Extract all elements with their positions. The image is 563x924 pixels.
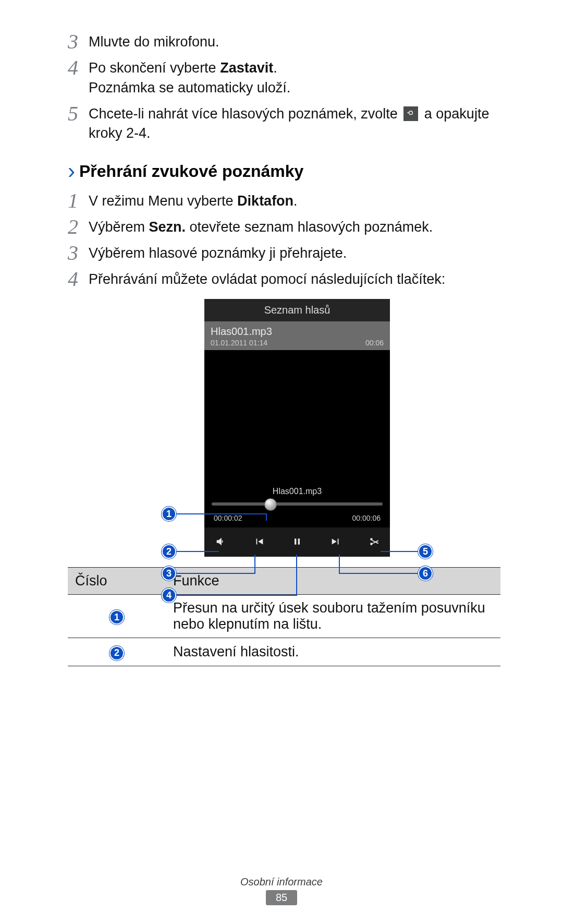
lead-line [176, 513, 266, 514]
function-table: Číslo Funkce 1Přesun na určitý úsek soub… [68, 567, 500, 666]
lead-line [176, 573, 255, 574]
callout-4: 4 [162, 588, 176, 603]
phone-item-duration: 00:06 [365, 339, 384, 347]
pause-icon[interactable] [289, 534, 305, 549]
table-header-function: Funkce [166, 568, 500, 595]
step-number: 4 [68, 269, 89, 290]
phone-item-filename: Hlas001.mp3 [211, 326, 384, 338]
step-body: Výběrem hlasové poznámky ji přehrajete. [89, 243, 500, 263]
phone-now-playing: Hlas001.mp3 [204, 486, 390, 496]
phone-progress[interactable] [204, 496, 390, 512]
lead-line [339, 555, 340, 573]
steps-b: 1V režimu Menu vyberte Diktafon.2Výběrem… [68, 190, 500, 290]
step-number: 2 [68, 217, 89, 237]
volume-icon[interactable] [213, 534, 228, 549]
step: 3Výběrem hlasové poznámky ji přehrajete. [68, 243, 500, 263]
lead-line [266, 513, 267, 521]
step-text: Výběrem hlasové poznámky ji přehrajete. [89, 244, 500, 263]
phone-progress-thumb[interactable] [264, 498, 277, 511]
step: 5Chcete-li nahrát více hlasových poznáme… [68, 103, 500, 144]
table-cell-desc: Nastavení hlasitosti. [166, 638, 500, 666]
bullet-icon: 2 [109, 646, 124, 661]
phone-controls [204, 527, 390, 557]
phone-figure: Seznam hlasů Hlas001.mp3 01.01.2011 01:1… [130, 299, 464, 557]
step-body: Mluvte do mikrofonu. [89, 31, 500, 52]
footer-page-number: 85 [266, 890, 297, 905]
section-title: Přehrání zvukové poznámky [79, 162, 303, 181]
record-icon [403, 106, 418, 121]
step-number: 4 [68, 57, 89, 78]
step-number: 3 [68, 243, 89, 263]
steps-a: 3Mluvte do mikrofonu.4Po skončení vybert… [68, 31, 500, 143]
callout-2: 2 [162, 544, 176, 559]
table-cell-desc: Přesun na určitý úsek souboru tažením po… [166, 595, 500, 638]
phone-mock: Seznam hlasů Hlas001.mp3 01.01.2011 01:1… [204, 299, 390, 557]
step-text: Výběrem Sezn. otevřete seznam hlasových … [89, 218, 500, 237]
lead-line [254, 555, 255, 573]
prev-icon[interactable] [251, 534, 267, 549]
lead-line [176, 595, 297, 596]
callout-3: 3 [162, 566, 176, 581]
table-cell-number: 2 [68, 638, 166, 666]
lead-line [296, 555, 297, 595]
step-body: Po skončení vyberte Zastavit.Poznámka se… [89, 57, 500, 98]
step-body: Výběrem Sezn. otevřete seznam hlasových … [89, 217, 500, 237]
step-body: Chcete-li nahrát více hlasových poznámek… [89, 103, 500, 144]
section-heading: › Přehrání zvukové poznámky [68, 160, 500, 182]
step-text: Po skončení vyberte Zastavit. [89, 58, 500, 78]
table-row: 1Přesun na určitý úsek souboru tažením p… [68, 595, 500, 638]
lead-line [381, 551, 418, 552]
phone-time-total: 00:00:06 [352, 514, 381, 522]
trim-icon[interactable] [366, 534, 382, 549]
step: 1V režimu Menu vyberte Diktafon. [68, 190, 500, 211]
step-text: Mluvte do mikrofonu. [89, 32, 500, 52]
step-number: 5 [68, 103, 89, 124]
step-number: 3 [68, 31, 89, 52]
callout-1: 1 [162, 507, 176, 521]
phone-header: Seznam hlasů [204, 299, 390, 321]
step-text: Přehrávání můžete ovládat pomocí následu… [89, 270, 500, 290]
table-row: 2Nastavení hlasitosti. [68, 638, 500, 666]
lead-line [176, 551, 219, 552]
page-footer: Osobní informace 85 [0, 876, 563, 905]
step-body: V režimu Menu vyberte Diktafon. [89, 190, 500, 211]
chevron-right-icon: › [68, 160, 75, 182]
page: 3Mluvte do mikrofonu.4Po skončení vybert… [0, 0, 563, 924]
callout-6: 6 [418, 566, 433, 581]
step-body: Přehrávání můžete ovládat pomocí následu… [89, 269, 500, 290]
next-icon[interactable] [328, 534, 344, 549]
callout-5: 5 [418, 544, 433, 559]
step: 4Přehrávání můžete ovládat pomocí násled… [68, 269, 500, 290]
table-cell-number: 1 [68, 595, 166, 638]
step-text: Poznámka se automaticky uloží. [89, 78, 500, 98]
step: 4Po skončení vyberte Zastavit.Poznámka s… [68, 57, 500, 98]
phone-progress-track [212, 502, 383, 506]
table-header-number: Číslo [68, 568, 166, 595]
step: 2Výběrem Sezn. otevřete seznam hlasových… [68, 217, 500, 237]
phone-blank-area [204, 350, 390, 486]
bullet-icon: 1 [109, 610, 124, 625]
step: 3Mluvte do mikrofonu. [68, 31, 500, 52]
step-text: Chcete-li nahrát více hlasových poznámek… [89, 104, 500, 144]
step-text: V režimu Menu vyberte Diktafon. [89, 191, 500, 211]
phone-item-datetime: 01.01.2011 01:14 [211, 339, 267, 347]
phone-list-item: Hlas001.mp3 01.01.2011 01:14 00:06 [204, 321, 390, 350]
phone-time-elapsed: 00:00:02 [214, 514, 242, 522]
footer-section: Osobní informace [0, 876, 563, 888]
lead-line [339, 573, 418, 574]
step-number: 1 [68, 190, 89, 211]
